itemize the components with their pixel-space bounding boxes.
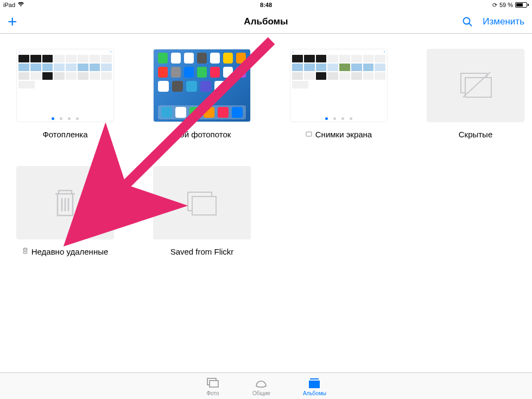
- album-thumbnail: [153, 49, 251, 122]
- svg-rect-2: [306, 132, 312, 136]
- album-screenshots[interactable]: ‹• Снимки экрана: [290, 49, 388, 139]
- carrier-label: iPad: [3, 2, 15, 8]
- tab-label: Фото: [207, 390, 219, 396]
- svg-point-0: [464, 17, 470, 24]
- tab-label: Альбомы: [303, 390, 326, 396]
- photos-tab-icon: [206, 376, 220, 390]
- svg-rect-12: [309, 381, 320, 388]
- album-thumbnail: [16, 166, 114, 239]
- tab-label: Общие: [252, 390, 270, 396]
- albums-grid: ‹• Фотопленка Мой фот: [0, 34, 532, 256]
- page-title: Альбомы: [244, 16, 288, 27]
- battery-icon: [515, 2, 529, 8]
- album-thumbnail: [427, 49, 524, 122]
- album-label: Скрытые: [459, 130, 493, 139]
- album-flickr[interactable]: Saved from Flickr: [153, 166, 251, 256]
- album-label: Недавно удаленные: [31, 247, 109, 256]
- svg-rect-4: [465, 78, 491, 97]
- svg-rect-11: [310, 378, 319, 379]
- nav-bar: + Альбомы Изменить: [0, 10, 532, 34]
- album-label: Снимки экрана: [315, 130, 372, 139]
- album-hidden[interactable]: Скрытые: [427, 49, 524, 139]
- album-thumbnail: ‹•: [16, 49, 114, 122]
- search-button[interactable]: [462, 16, 473, 27]
- wifi-icon: [17, 2, 24, 8]
- albums-tab-icon: [307, 376, 321, 390]
- album-camera-roll[interactable]: ‹• Фотопленка: [16, 49, 114, 139]
- svg-rect-10: [210, 381, 218, 387]
- battery-percent: 59 %: [499, 2, 513, 8]
- shared-tab-icon: [253, 376, 269, 390]
- album-photostream[interactable]: Мой фотопоток: [153, 49, 251, 139]
- tab-bar: Фото Общие Альбомы: [0, 372, 532, 399]
- album-recently-deleted[interactable]: Недавно удаленные: [16, 166, 114, 256]
- device-icon: [306, 130, 312, 138]
- tab-photos[interactable]: Фото: [206, 376, 220, 396]
- orientation-lock-icon: ⟳: [492, 2, 497, 9]
- status-time: 8:48: [260, 2, 272, 8]
- trash-icon: [22, 248, 28, 256]
- tab-albums[interactable]: Альбомы: [303, 376, 326, 396]
- album-thumbnail: ‹•: [290, 49, 388, 122]
- add-album-button[interactable]: +: [8, 14, 17, 30]
- album-label: Мой фотопоток: [173, 130, 231, 139]
- svg-line-1: [469, 23, 472, 26]
- status-bar: iPad 8:48 ⟳ 59 %: [0, 0, 532, 10]
- tab-shared[interactable]: Общие: [252, 376, 270, 396]
- album-label: Фотопленка: [42, 130, 87, 139]
- album-label: Saved from Flickr: [170, 247, 234, 256]
- album-thumbnail: [153, 166, 251, 239]
- svg-rect-7: [192, 197, 216, 215]
- edit-button[interactable]: Изменить: [483, 16, 524, 27]
